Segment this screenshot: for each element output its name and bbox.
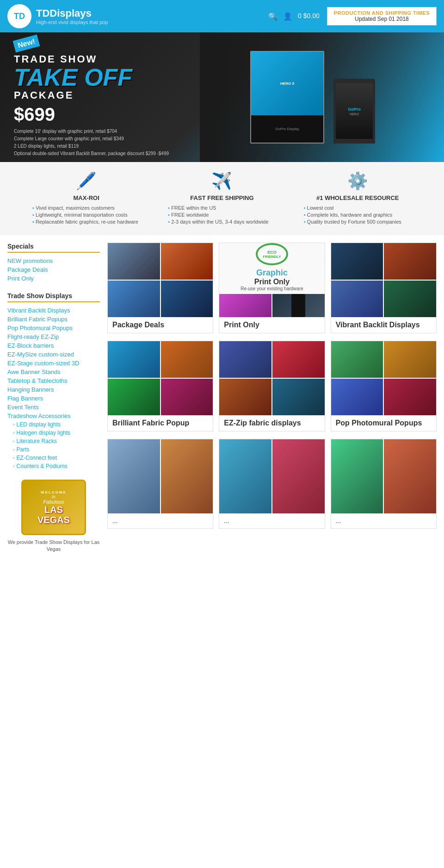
- print-only-title: Print Only: [224, 321, 320, 329]
- eco-badge: ECO FRIENDLY: [256, 243, 288, 265]
- graphic-text: Graphic: [256, 268, 288, 278]
- header-right: 🔍 👤 0 $0.00 PRODUCTION AND SHIPPING TIME…: [268, 7, 437, 25]
- shipping-title: FAST FREE SHIPPING: [163, 194, 280, 201]
- sidebar-item-parts[interactable]: Parts: [7, 445, 100, 454]
- card-row3a[interactable]: ...: [107, 439, 213, 529]
- card-brilliant-fabric[interactable]: Brilliant Fabric Popup: [107, 341, 213, 431]
- sidebar-item-counters[interactable]: Counters & Podiums: [7, 462, 100, 470]
- production-title: PRODUCTION AND SHIPPING TIMES: [334, 10, 430, 16]
- r3a-title: ...: [112, 517, 208, 525]
- brand-name[interactable]: TDDisplays: [36, 7, 108, 19]
- r3a-img-1: [108, 439, 160, 513]
- tradeshow-title: Trade Show Displays: [7, 292, 100, 302]
- pop-photomural-title: Pop Photomural Popups: [336, 419, 432, 427]
- feature-roi: 🖊️ Max-ROI Vivid impact, maximizes custo…: [18, 171, 154, 226]
- card-print-only[interactable]: ECO FRIENDLY Graphic Print Only Re-use y…: [219, 243, 325, 333]
- sidebar-item-flag-banners[interactable]: Flag Banners: [7, 394, 100, 403]
- sidebar-item-halogen[interactable]: Halogen display lights: [7, 429, 100, 437]
- shipping-icon: ✈️: [163, 171, 280, 191]
- vibrant-backlit-images: [331, 243, 436, 317]
- sidebar-item-tradeshow-acc[interactable]: Tradeshow Accessories: [7, 412, 100, 420]
- sidebar-item-pop-photomural[interactable]: Pop Photomural Popups: [7, 324, 100, 332]
- card-row3b[interactable]: ...: [219, 439, 325, 529]
- r3c-img-2: [384, 439, 436, 513]
- sidebar-item-new-promotions[interactable]: NEW promotions: [7, 256, 100, 265]
- pm-img-2: [384, 341, 436, 378]
- pm-img-4: [384, 379, 436, 415]
- vb-img-3: [331, 281, 383, 317]
- r3a-img-2: [161, 439, 213, 513]
- wholesale-icon: ⚙️: [299, 171, 416, 191]
- pop-photomural-images: [331, 341, 436, 415]
- lv-name: LAS VEGAS: [27, 505, 80, 525]
- logo-text: TDDisplays High-end vivid displays that …: [36, 7, 108, 25]
- sidebar-item-ez-connect[interactable]: EZ-Connect feet: [7, 454, 100, 462]
- search-icon[interactable]: 🔍: [268, 12, 278, 21]
- hero-banner: New! TRADE SHOW TAKE OFF PACKAGE $699 Co…: [0, 32, 444, 162]
- card-ez-zip[interactable]: EZ-Zip fabric displays: [219, 341, 325, 431]
- r3b-img-1: [219, 439, 271, 513]
- product-row-1: Package Deals ECO FRIENDLY Graphic Print…: [107, 243, 437, 333]
- pm-img-3: [331, 379, 383, 415]
- cart-icon[interactable]: 0 $0.00: [298, 12, 320, 21]
- hero-details: Complete 10' display with graphic print,…: [14, 128, 169, 157]
- sidebar-item-awe-banner[interactable]: Awe Banner Stands: [7, 368, 100, 376]
- hero-content: New! TRADE SHOW TAKE OFF PACKAGE $699 Co…: [0, 32, 183, 162]
- production-box[interactable]: PRODUCTION AND SHIPPING TIMES Updated Se…: [327, 7, 437, 25]
- sidebar-item-vibrant[interactable]: Vibrant Backlit Displays: [7, 306, 100, 315]
- roi-icon: 🖊️: [28, 171, 145, 191]
- las-vegas-text: We provide Trade Show Displays for Las V…: [7, 539, 100, 553]
- sidebar-item-tabletop[interactable]: Tabletop & Tablecloths: [7, 376, 100, 385]
- package-deals-title: Package Deals: [112, 321, 208, 329]
- sidebar-item-literature-racks[interactable]: Literature Racks: [7, 437, 100, 445]
- hero-title1: TRADE SHOW: [14, 53, 169, 65]
- tagline: High-end vivid displays that pop: [36, 19, 108, 25]
- ez-img-4: [272, 379, 325, 415]
- site-header: TD TDDisplays High-end vivid displays th…: [0, 0, 444, 32]
- sidebar-item-brilliant[interactable]: Brilliant Fabric Popups: [7, 315, 100, 324]
- bf-img-1: [108, 341, 160, 378]
- hero-title3: PACKAGE: [14, 89, 169, 101]
- product-grid: Package Deals ECO FRIENDLY Graphic Print…: [107, 243, 437, 561]
- roi-title: Max-ROI: [28, 194, 145, 201]
- card-vibrant-backlit[interactable]: Vibrant Backlit Displays: [331, 243, 437, 333]
- feature-wholesale: ⚙️ #1 WHOLESALE RESOURCE Lowest cost Com…: [290, 171, 426, 226]
- sidebar-item-ez-stage[interactable]: EZ-Stage custom-sized 3D: [7, 359, 100, 368]
- logo-area: TD TDDisplays High-end vivid displays th…: [7, 4, 108, 28]
- sidebar-item-event-tents[interactable]: Event Tents: [7, 403, 100, 412]
- sidebar-item-hanging-banners[interactable]: Hanging Banners: [7, 385, 100, 394]
- las-vegas-promo: WELCOME to Fabulous LAS VEGAS We provide…: [7, 480, 100, 553]
- lv-welcome: WELCOME: [41, 490, 67, 494]
- specials-title: Specials: [7, 243, 100, 253]
- vb-img-2: [384, 243, 436, 280]
- sidebar-item-led[interactable]: LED display lights: [7, 420, 100, 429]
- po-img-1: [219, 294, 271, 317]
- las-vegas-sign: WELCOME to Fabulous LAS VEGAS: [21, 480, 86, 535]
- brilliant-fabric-label: Brilliant Fabric Popup: [108, 415, 213, 431]
- vb-img-1: [331, 243, 383, 280]
- lv-fabulous: Fabulous: [43, 499, 64, 505]
- specials-section: Specials NEW promotions Package Deals Pr…: [7, 243, 100, 283]
- sidebar-item-flight-ready[interactable]: Flight-ready EZ-Zip: [7, 332, 100, 341]
- hero-image-area: HERO 5 GoPro Display GoPro HERO: [200, 32, 444, 162]
- card-row3c[interactable]: ...: [331, 439, 437, 529]
- sidebar-item-ez-mysize[interactable]: EZ-MySize custom-sized: [7, 350, 100, 359]
- account-icon[interactable]: 👤: [283, 12, 292, 21]
- r3c-label: ...: [331, 513, 436, 528]
- r3c-img-1: [331, 439, 383, 513]
- vb-img-4: [384, 281, 436, 317]
- card-pop-photomural[interactable]: Pop Photomural Popups: [331, 341, 437, 431]
- sidebar-item-print-only[interactable]: Print Only: [7, 274, 100, 283]
- card-package-deals[interactable]: Package Deals: [107, 243, 213, 333]
- wholesale-points: Lowest cost Complete kits, hardware and …: [299, 205, 416, 225]
- ez-img-1: [219, 341, 271, 378]
- ez-zip-images: [219, 341, 324, 415]
- sidebar-item-package-deals[interactable]: Package Deals: [7, 265, 100, 274]
- bf-img-3: [108, 379, 160, 415]
- ez-img-3: [219, 379, 271, 415]
- product-row-3: ... ... ...: [107, 439, 437, 529]
- print-only-label: Print Only: [219, 317, 324, 333]
- package-deals-images: [108, 243, 213, 317]
- sidebar-item-ez-block[interactable]: EZ-Block barriers: [7, 341, 100, 350]
- tradeshow-section: Trade Show Displays Vibrant Backlit Disp…: [7, 292, 100, 470]
